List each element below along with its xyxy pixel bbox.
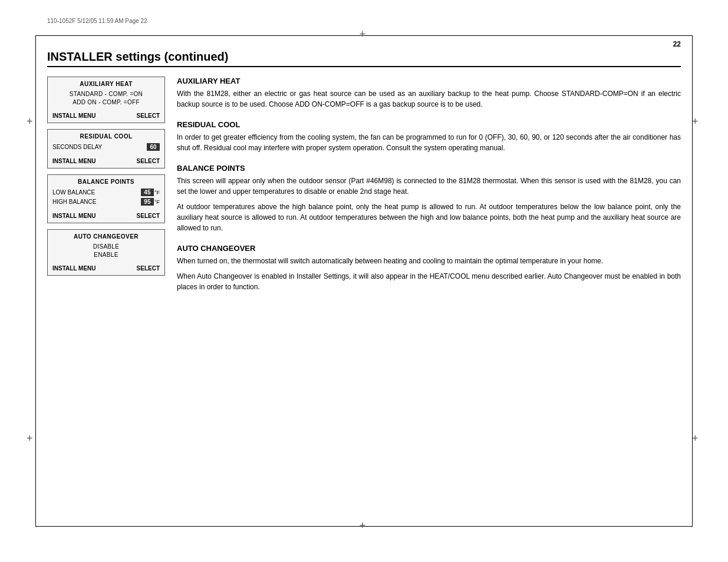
page-border-left	[35, 35, 36, 527]
lcd-balance-high-row: HIGH BALANCE 95°F	[52, 198, 160, 206]
columns-layout: AUXILIARY HEAT STANDARD - COMP. =ON ADD …	[47, 77, 681, 303]
lcd-residual-cool-install-menu: INSTALL MENU	[52, 158, 96, 164]
lcd-residual-cool-label: SECONDS DELAY	[52, 144, 102, 150]
page-number: 22	[673, 40, 681, 48]
section-balance-points-body: This screen will appear only when the ou…	[177, 176, 681, 233]
section-auto-changeover-title: AUTO CHANGEOVER	[177, 244, 681, 253]
lcd-auto-changeover-footer: INSTALL MENU SELECT	[52, 263, 160, 272]
section-auto-changeover-body: When turned on, the thermostat will swit…	[177, 256, 681, 292]
lcd-balance-install-menu: INSTALL MENU	[52, 213, 96, 219]
section-auto-changeover: AUTO CHANGEOVER When turned on, the ther…	[177, 244, 681, 292]
lcd-balance-low-value: 45	[141, 189, 154, 196]
lcd-balance-high-value: 95	[141, 198, 154, 206]
lcd-balance-points: BALANCE POINTS LOW BALANCE 45°F HIGH BAL…	[47, 174, 165, 223]
reg-mark-left-bottom	[27, 435, 36, 444]
lcd-balance-points-title: BALANCE POINTS	[52, 178, 160, 185]
print-info: 110-1052F 5/12/05 11:59 AM Page 22	[47, 18, 147, 24]
lcd-auxiliary-heat: AUXILIARY HEAT STANDARD - COMP. =ON ADD …	[47, 77, 165, 123]
lcd-auxiliary-heat-select: SELECT	[137, 113, 160, 119]
reg-mark-top	[360, 31, 369, 40]
page-border-right	[692, 35, 693, 527]
section-heading: INSTALLER settings (continued)	[47, 50, 681, 67]
section-residual-cool-title: RESIDUAL COOL	[177, 120, 681, 129]
lcd-auto-changeover-title: AUTO CHANGEOVER	[52, 233, 160, 240]
lcd-auto-changeover-enable: ENABLE	[52, 252, 160, 258]
lcd-residual-cool-footer: INSTALL MENU SELECT	[52, 156, 160, 164]
lcd-balance-low-row: LOW BALANCE 45°F	[52, 189, 160, 196]
lcd-auxiliary-heat-item-1: STANDARD - COMP. =ON	[52, 91, 160, 97]
section-residual-cool: RESIDUAL COOL In order to get greater ef…	[177, 120, 681, 153]
lcd-auxiliary-heat-title: AUXILIARY HEAT	[52, 81, 160, 87]
lcd-balance-low-unit: °F	[154, 190, 160, 196]
right-column: AUXILIARY HEAT With the 81M28, either an…	[177, 77, 681, 303]
lcd-residual-cool-select: SELECT	[137, 158, 160, 164]
section-auxiliary-heat-title: AUXILIARY HEAT	[177, 77, 681, 85]
left-column: AUXILIARY HEAT STANDARD - COMP. =ON ADD …	[47, 77, 165, 303]
lcd-balance-select: SELECT	[137, 213, 160, 219]
section-residual-cool-body: In order to get greater efficiency from …	[177, 132, 681, 153]
lcd-residual-cool-value: 60	[147, 143, 160, 151]
lcd-residual-cool-row: SECONDS DELAY 60	[52, 143, 160, 151]
lcd-auxiliary-heat-install-menu: INSTALL MENU	[52, 113, 96, 119]
lcd-residual-cool: RESIDUAL COOL SECONDS DELAY 60 INSTALL M…	[47, 129, 165, 168]
lcd-auxiliary-heat-footer: INSTALL MENU SELECT	[52, 110, 160, 119]
lcd-auxiliary-heat-item-2: ADD ON - COMP. =OFF	[52, 99, 160, 105]
section-auxiliary-heat: AUXILIARY HEAT With the 81M28, either an…	[177, 77, 681, 110]
lcd-balance-footer: INSTALL MENU SELECT	[52, 210, 160, 219]
lcd-balance-high-unit: °F	[154, 199, 160, 205]
reg-mark-right-bottom	[692, 435, 701, 444]
lcd-residual-cool-title: RESIDUAL COOL	[52, 133, 160, 140]
lcd-auto-changeover-select: SELECT	[137, 265, 160, 272]
reg-mark-right-top	[692, 118, 701, 127]
lcd-balance-high-label: HIGH BALANCE	[52, 199, 96, 205]
lcd-auto-changeover: AUTO CHANGEOVER DISABLE ENABLE INSTALL M…	[47, 229, 165, 276]
main-content: INSTALLER settings (continued) AUXILIARY…	[47, 50, 681, 521]
section-balance-points: BALANCE POINTS This screen will appear o…	[177, 164, 681, 233]
section-balance-points-title: BALANCE POINTS	[177, 164, 681, 173]
lcd-balance-low-label: LOW BALANCE	[52, 189, 95, 196]
reg-mark-bottom	[360, 522, 369, 531]
lcd-auto-changeover-install-menu: INSTALL MENU	[52, 265, 96, 272]
section-auxiliary-heat-body: With the 81M28, either an electric or ga…	[177, 88, 681, 110]
reg-mark-left-top	[27, 118, 36, 127]
lcd-auto-changeover-disable: DISABLE	[52, 243, 160, 250]
